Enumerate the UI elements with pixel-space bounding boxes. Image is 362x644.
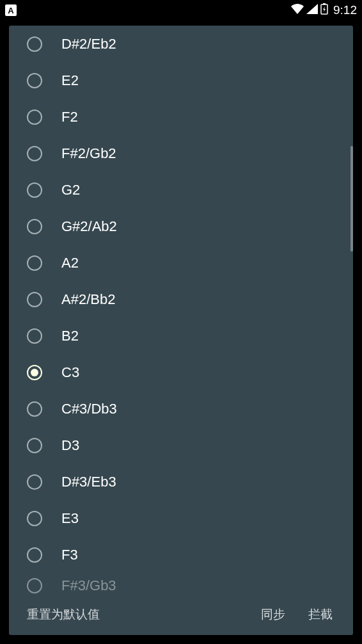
dialog-footer: 重置为默认值 同步 拦截 <box>9 594 353 635</box>
note-label: G#2/Ab2 <box>61 218 117 235</box>
radio-icon <box>27 438 42 453</box>
radio-icon <box>27 292 42 307</box>
note-option-fsharp2[interactable]: F#2/Gb2 <box>9 135 353 172</box>
signal-icon <box>306 4 318 17</box>
note-label: G2 <box>61 182 80 198</box>
note-label: A2 <box>61 255 79 271</box>
note-option-g2[interactable]: G2 <box>9 172 353 208</box>
note-option-csharp3[interactable]: C#3/Db3 <box>9 390 353 427</box>
status-bar: A 9:12 <box>0 0 362 20</box>
reset-to-default-link[interactable]: 重置为默认值 <box>27 606 100 623</box>
note-list: D#2/Eb2E2F2F#2/Gb2G2G#2/Ab2A2A#2/Bb2B2C3… <box>9 26 353 594</box>
status-left: A <box>5 4 17 16</box>
radio-icon <box>27 578 42 593</box>
note-label: B2 <box>61 328 79 344</box>
note-option-c3[interactable]: C3 <box>9 354 353 390</box>
note-label: D#3/Eb3 <box>61 474 116 490</box>
battery-charging-icon <box>320 3 328 18</box>
wifi-icon <box>291 4 304 17</box>
footer-buttons: 同步 拦截 <box>258 601 335 628</box>
note-label: D3 <box>61 437 79 454</box>
list-container[interactable]: D#2/Eb2E2F2F#2/Gb2G2G#2/Ab2A2A#2/Bb2B2C3… <box>9 26 353 594</box>
radio-icon <box>27 73 42 88</box>
note-option-fsharp3[interactable]: F#3/Gb3 <box>9 573 353 594</box>
note-option-d3[interactable]: D3 <box>9 427 353 463</box>
note-option-e3[interactable]: E3 <box>9 500 353 536</box>
note-picker-dialog: D#2/Eb2E2F2F#2/Gb2G2G#2/Ab2A2A#2/Bb2B2C3… <box>9 26 353 635</box>
radio-icon <box>27 547 42 563</box>
radio-icon <box>27 219 42 234</box>
radio-icon <box>27 365 42 380</box>
note-label: D#2/Eb2 <box>61 36 116 52</box>
radio-icon <box>27 182 42 198</box>
note-label: C3 <box>61 364 79 381</box>
note-option-dsharp3[interactable]: D#3/Eb3 <box>9 463 353 500</box>
radio-icon <box>27 255 42 271</box>
radio-icon <box>27 401 42 417</box>
radio-icon <box>27 36 42 52</box>
radio-icon <box>27 146 42 161</box>
radio-icon <box>27 328 42 344</box>
radio-icon <box>27 474 42 490</box>
intercept-button[interactable]: 拦截 <box>306 601 335 628</box>
app-badge: A <box>5 4 17 16</box>
note-label: C#3/Db3 <box>61 401 117 417</box>
note-option-b2[interactable]: B2 <box>9 318 353 354</box>
note-option-f2[interactable]: F2 <box>9 99 353 135</box>
note-option-f3[interactable]: F3 <box>9 536 353 573</box>
status-time: 9:12 <box>333 3 357 17</box>
scrollbar[interactable] <box>350 146 353 252</box>
svg-rect-1 <box>323 3 326 4</box>
note-option-a2[interactable]: A2 <box>9 245 353 281</box>
note-option-asharp2[interactable]: A#2/Bb2 <box>9 281 353 318</box>
note-label: A#2/Bb2 <box>61 291 115 308</box>
radio-icon <box>27 511 42 526</box>
note-label: F2 <box>61 109 78 125</box>
sync-button[interactable]: 同步 <box>258 601 288 628</box>
note-label: F#2/Gb2 <box>61 145 116 162</box>
status-right: 9:12 <box>291 3 357 18</box>
note-label: E3 <box>61 510 79 527</box>
note-label: F#3/Gb3 <box>61 577 116 594</box>
note-option-dsharp2[interactable]: D#2/Eb2 <box>9 26 353 62</box>
note-label: E2 <box>61 72 79 89</box>
note-option-gsharp2[interactable]: G#2/Ab2 <box>9 208 353 245</box>
radio-icon <box>27 109 42 125</box>
note-label: F3 <box>61 547 78 563</box>
note-option-e2[interactable]: E2 <box>9 62 353 99</box>
